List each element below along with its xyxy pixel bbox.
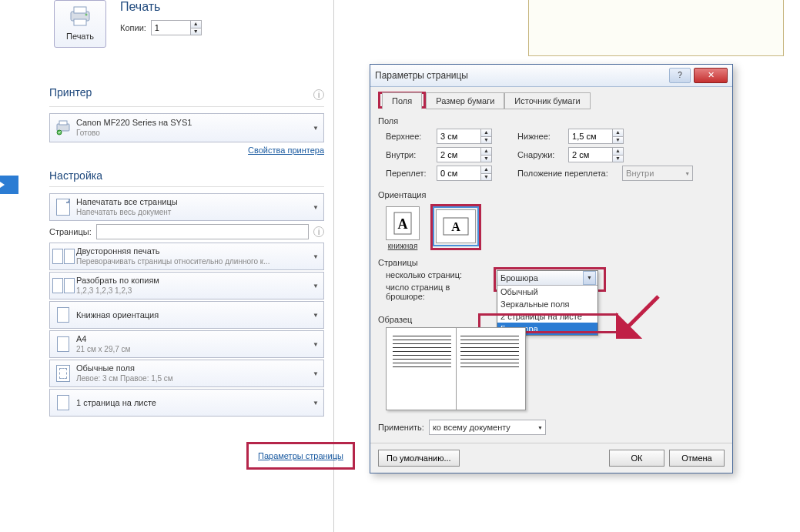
tab-fields-highlight: Поля <box>378 92 426 109</box>
chevron-down-icon: ▼ <box>313 253 319 260</box>
printer-icon <box>66 5 94 27</box>
printer-status-icon <box>55 119 72 136</box>
margin-outside-label: Снаружи: <box>517 150 564 159</box>
multi-pages-label: несколько страниц: <box>386 270 486 279</box>
collate-selector[interactable]: Разобрать по копиям 1,2,3 1,2,3 1,2,3 ▼ <box>49 272 324 299</box>
spin-up[interactable]: ▲ <box>612 148 623 155</box>
dialog-help-button[interactable]: ? <box>669 68 691 83</box>
spin-up[interactable]: ▲ <box>480 129 491 136</box>
margin-bottom-input[interactable] <box>569 129 612 143</box>
print-range-title: Напечатать все страницы <box>76 197 178 207</box>
margin-outside-input[interactable] <box>569 148 612 162</box>
pages-label: Страницы: <box>49 227 92 236</box>
orientation-selector[interactable]: Книжная ориентация ▼ <box>49 301 324 329</box>
info-icon[interactable]: i <box>313 89 324 100</box>
orientation-landscape[interactable]: A <box>436 209 476 243</box>
dialog-titlebar[interactable]: Параметры страницы ? ✕ <box>370 65 732 87</box>
backstage-active-tab-indicator <box>0 176 18 194</box>
margins-selector[interactable]: Обычные поля Левое: 3 см Правое: 1,5 см … <box>49 360 324 387</box>
copies-label: Копии: <box>120 23 146 32</box>
chevron-down-icon: ▼ <box>583 271 596 285</box>
orientation-landscape-highlight: A <box>430 204 481 250</box>
paper-size-icon <box>55 336 72 353</box>
printer-selector[interactable]: Canon MF220 Series на SYS1 Готово ▼ <box>49 113 324 142</box>
booklet-pages-label: число страниц в брошюре: <box>386 283 486 301</box>
settings-heading: Настройка <box>49 169 324 182</box>
margin-bottom-spinner[interactable]: ▲▼ <box>568 129 624 144</box>
print-range-selector[interactable]: Напечатать все страницы Напечатать весь … <box>49 193 324 221</box>
dd-option-mirror[interactable]: Зеркальные поля <box>497 298 597 310</box>
spin-up[interactable]: ▲ <box>480 166 491 173</box>
spin-down[interactable]: ▼ <box>612 136 623 144</box>
collate-title: Разобрать по копиям <box>76 276 159 286</box>
duplex-selector[interactable]: Двусторонняя печать Переворачивать стран… <box>49 243 324 270</box>
defaults-button[interactable]: По умолчанию... <box>378 450 460 467</box>
copies-up[interactable]: ▲ <box>190 21 201 28</box>
info-icon[interactable]: i <box>313 226 324 237</box>
spin-down[interactable]: ▼ <box>480 173 491 181</box>
tab-paper-source[interactable]: Источник бумаги <box>504 92 590 109</box>
chevron-down-icon: ▼ <box>685 171 690 176</box>
sample-preview <box>386 327 526 410</box>
ok-button[interactable]: ОК <box>609 450 664 467</box>
collate-sub: 1,2,3 1,2,3 1,2,3 <box>76 286 159 296</box>
margins-title: Обычные поля <box>76 363 173 373</box>
tab-fields[interactable]: Поля <box>382 92 422 109</box>
pages-per-sheet-selector[interactable]: 1 страница на листе ▼ <box>49 389 324 417</box>
chevron-down-icon: ▼ <box>313 400 319 407</box>
copies-input[interactable] <box>152 21 190 35</box>
paper-size-selector[interactable]: A4 21 см x 29,7 см ▼ <box>49 330 324 358</box>
margin-top-spinner[interactable]: ▲▼ <box>437 129 492 144</box>
spin-down[interactable]: ▼ <box>612 155 623 162</box>
chevron-down-icon: ▼ <box>313 283 319 289</box>
multi-pages-dropdown[interactable]: Брошюра ▼ Обычный Зеркальные поля 2 стра… <box>497 270 598 336</box>
margin-top-input[interactable] <box>437 129 480 143</box>
page-setup-dialog: Параметры страницы ? ✕ Поля Размер бумаг… <box>370 64 733 473</box>
multi-pages-selected[interactable]: Брошюра ▼ <box>497 271 597 286</box>
svg-text:A: A <box>451 220 460 233</box>
chevron-down-icon: ▼ <box>313 370 319 377</box>
dialog-close-button[interactable]: ✕ <box>694 68 728 83</box>
page-setup-link[interactable]: Параметры страницы <box>258 451 343 460</box>
print-heading: Печать <box>120 0 202 14</box>
printer-name: Canon MF220 Series на SYS1 <box>76 118 192 128</box>
paper-sub: 21 см x 29,7 см <box>76 344 130 354</box>
dd-option-normal[interactable]: Обычный <box>497 286 597 298</box>
margin-top-label: Верхнее: <box>386 132 432 141</box>
apply-label: Применить: <box>378 423 424 432</box>
chevron-down-icon: ▼ <box>313 204 319 211</box>
orientation-portrait[interactable]: A книжная <box>386 206 420 250</box>
pages-group-label: Страницы <box>378 258 725 267</box>
pages-per-sheet-icon <box>55 394 72 411</box>
print-button[interactable]: Печать <box>54 0 106 48</box>
chevron-down-icon: ▼ <box>537 425 543 430</box>
margin-inside-input[interactable] <box>437 148 480 162</box>
spin-down[interactable]: ▼ <box>480 136 491 144</box>
spin-up[interactable]: ▲ <box>480 148 491 155</box>
margin-outside-spinner[interactable]: ▲▼ <box>568 147 624 162</box>
copies-down[interactable]: ▼ <box>190 28 201 35</box>
apply-to-select[interactable]: ко всему документу ▼ <box>429 420 546 435</box>
margin-gutter-input[interactable] <box>437 166 480 180</box>
margin-inside-spinner[interactable]: ▲▼ <box>437 147 492 162</box>
margin-gutter-label: Переплет: <box>386 169 432 178</box>
margins-sub: Левое: 3 см Правое: 1,5 см <box>76 373 173 383</box>
gutter-pos-value: Внутри <box>626 169 654 178</box>
cancel-button[interactable]: Отмена <box>669 450 725 467</box>
margins-icon <box>55 365 72 382</box>
copies-spinner[interactable]: ▲ ▼ <box>151 20 202 35</box>
print-preview-page <box>528 0 784 56</box>
orientation-title: Книжная ориентация <box>76 310 159 320</box>
pages-per-sheet-title: 1 страница на листе <box>76 398 156 408</box>
pages-input[interactable] <box>96 224 309 239</box>
dd-option-2pages[interactable]: 2 страницы на листе <box>497 310 597 323</box>
margin-gutter-spinner[interactable]: ▲▼ <box>437 166 492 181</box>
duplex-title: Двусторонняя печать <box>76 246 269 256</box>
backstage-print-panel: Печать Печать Копии: ▲ ▼ Принтер i <box>18 0 334 532</box>
spin-up[interactable]: ▲ <box>612 129 623 136</box>
printer-properties-link[interactable]: Свойства принтера <box>248 146 324 155</box>
tab-paper-size[interactable]: Размер бумаги <box>426 92 504 109</box>
svg-point-3 <box>85 14 88 16</box>
spin-down[interactable]: ▼ <box>480 155 491 162</box>
chevron-down-icon: ▼ <box>313 341 319 348</box>
